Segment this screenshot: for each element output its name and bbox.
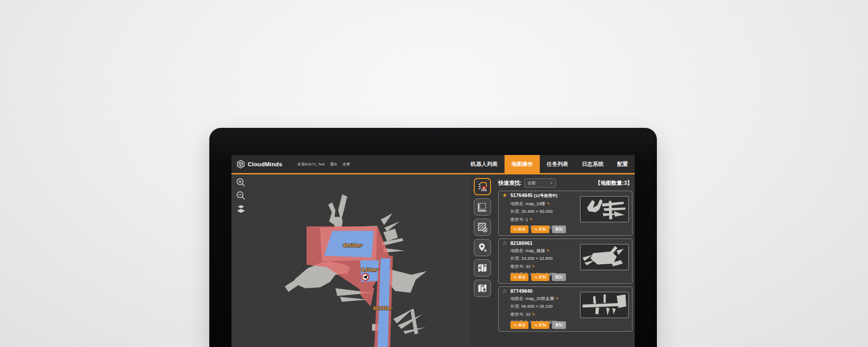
- map-card: ★ 51764845(12号使用中) 地图名: map_33楼✎ 长宽: 25.…: [498, 191, 632, 236]
- map-thumbnail-image: [580, 197, 628, 222]
- delete-map-tool-button[interactable]: [474, 259, 491, 277]
- webcam-dot: [432, 134, 434, 136]
- edit-pencil-icon[interactable]: ✎: [532, 312, 535, 317]
- copy-map-button[interactable]: ✎复制: [531, 321, 549, 329]
- add-poi-tool-button[interactable]: [474, 239, 491, 256]
- desktop-background: CloudMinds 欢迎BJDT2_Test 退出 全屏 机器人列表 地图操作…: [0, 0, 868, 347]
- edit-pencil-icon[interactable]: ✎: [556, 296, 559, 301]
- pencil-icon: ✎: [514, 323, 517, 328]
- map-size-field: 长宽: 25.400 × 50.000: [510, 209, 578, 215]
- map-name-field: 地图名: map_33楼✎: [510, 201, 578, 207]
- nav-robot-list[interactable]: 机器人列表: [464, 155, 505, 173]
- filter-row: 快速查找: 全部 ∨ 【地图数量:3】: [498, 178, 632, 188]
- measure-tool-button[interactable]: [474, 198, 491, 216]
- edit-pencil-icon[interactable]: ✎: [547, 249, 550, 253]
- zoom-in-icon: [236, 178, 246, 188]
- map-name-field: 地图名: map_腿腿✎: [510, 248, 578, 254]
- logout-link[interactable]: 退出: [330, 162, 337, 167]
- copy-map-button[interactable]: ✎复制: [531, 225, 549, 233]
- favorite-star-icon[interactable]: ☆: [502, 240, 507, 246]
- map-id: 82186961: [510, 240, 578, 246]
- map-thumbnail: [580, 292, 629, 318]
- map-id: 51764845(12号使用中): [510, 192, 578, 199]
- map-viewport[interactable]: 40.519m² 8.614m² 80.215m²: [231, 174, 470, 347]
- welcome-group: 欢迎BJDT2_Test 退出 全屏: [297, 155, 350, 173]
- brand: CloudMinds: [231, 155, 282, 173]
- pencil-icon: ✎: [534, 275, 538, 280]
- map-id: 87749840: [510, 288, 578, 294]
- measure-icon: [477, 202, 488, 212]
- edit-map-button[interactable]: ✎修改: [510, 321, 528, 329]
- delete-map-button[interactable]: 删除: [552, 321, 566, 329]
- zoom-out-icon: [236, 191, 246, 201]
- map-id-number: 51764845: [510, 192, 533, 198]
- edit-pencil-icon[interactable]: ✎: [532, 264, 535, 269]
- content: 40.519m² 8.614m² 80.215m²: [231, 174, 635, 347]
- favorite-star-icon[interactable]: ★: [502, 192, 507, 198]
- layers-icon: [236, 204, 246, 214]
- area-label-1: 40.519m²: [343, 243, 363, 248]
- upload-map-tool-button[interactable]: [474, 280, 491, 297]
- area-label-3: 80.215m²: [373, 306, 393, 311]
- app-window: CloudMinds 欢迎BJDT2_Test 退出 全屏 机器人列表 地图操作…: [231, 155, 635, 347]
- edit-pencil-icon[interactable]: ✎: [529, 217, 533, 222]
- upload-map-icon: [477, 283, 488, 294]
- map-side-panel: 快速查找: 全部 ∨ 【地图数量:3】 ★ 51764845(12号使用中): [470, 174, 635, 347]
- zoom-in-button[interactable]: [235, 177, 247, 188]
- delete-map-icon: [477, 263, 488, 273]
- map-thumbnail-image: [580, 292, 628, 318]
- map-floor-field: 楼层号: 33✎: [510, 312, 578, 318]
- brand-name: CloudMinds: [248, 161, 282, 168]
- map-tools-column: [474, 178, 491, 297]
- edit-pencil-icon[interactable]: ✎: [547, 202, 551, 206]
- delete-map-button[interactable]: 删除: [552, 225, 566, 233]
- map-size-field: 长宽: 56.600 × 25.100: [510, 304, 578, 309]
- laptop-frame: CloudMinds 欢迎BJDT2_Test 退出 全屏 机器人列表 地图操作…: [209, 128, 657, 347]
- map-in-use-badge: (12号使用中): [534, 193, 557, 198]
- favorite-star-icon[interactable]: ☆: [502, 288, 507, 294]
- nav-map-operations[interactable]: 地图操作: [505, 155, 540, 173]
- map-floor-field: 楼层号: 33✎: [510, 264, 578, 270]
- app-header: CloudMinds 欢迎BJDT2_Test 退出 全屏 机器人列表 地图操作…: [231, 155, 635, 174]
- map-size-field: 长宽: 23.200 × 22.900: [510, 256, 578, 262]
- copy-map-button[interactable]: ✎复制: [531, 273, 549, 281]
- pencil-icon: ✎: [534, 227, 538, 232]
- cloudminds-logo-icon: [236, 159, 245, 169]
- pencil-icon: ✎: [514, 227, 517, 232]
- main-nav: 机器人列表 地图操作 任务列表 日志系统 配置: [464, 155, 635, 173]
- map-floor-field: 楼层号: 1✎: [510, 217, 578, 223]
- map-card: ☆ 82186961 地图名: map_腿腿✎ 长宽: 23.200 × 22.…: [498, 239, 632, 284]
- map-thumbnail-image: [580, 244, 628, 270]
- pencil-icon: ✎: [514, 275, 517, 280]
- map-thumbnail: [580, 196, 629, 222]
- quick-search-label: 快速查找:: [498, 179, 522, 187]
- map-card: ☆ 87749840 地图名: map_33层走廊✎ 长宽: 56.600 × …: [498, 286, 632, 332]
- edit-map-button[interactable]: ✎修改: [510, 273, 528, 281]
- map-list-tool-button[interactable]: [474, 178, 491, 195]
- pencil-icon: ✎: [534, 323, 538, 328]
- nav-settings[interactable]: 配置: [610, 155, 635, 173]
- robot-marker: [362, 274, 369, 281]
- add-area-icon: [477, 222, 488, 233]
- add-area-tool-button[interactable]: [474, 219, 491, 236]
- map-id-number: 82186961: [510, 240, 533, 246]
- filter-dropdown-value: 全部: [528, 180, 550, 186]
- add-poi-icon: [477, 242, 488, 253]
- delete-map-button[interactable]: 删除: [552, 273, 566, 281]
- map-count-label: 【地图数量:3】: [595, 179, 632, 187]
- map-id-number: 87749840: [510, 288, 533, 294]
- fullscreen-link[interactable]: 全屏: [343, 162, 350, 167]
- area-label-2: 8.614m²: [361, 267, 378, 272]
- map-list-icon: [477, 181, 488, 192]
- chevron-down-icon: ∨: [550, 181, 553, 185]
- map-name-field: 地图名: map_33层走廊✎: [510, 296, 578, 302]
- robot-map-canvas[interactable]: 40.519m² 8.614m² 80.215m²: [231, 174, 470, 347]
- map-thumbnail: [580, 244, 629, 270]
- nav-log-system[interactable]: 日志系统: [575, 155, 610, 173]
- nav-task-list[interactable]: 任务列表: [540, 155, 575, 173]
- zoom-out-button[interactable]: [235, 190, 247, 202]
- map-zoom-controls: [235, 177, 247, 215]
- layers-button[interactable]: [235, 203, 247, 215]
- filter-dropdown[interactable]: 全部 ∨: [524, 178, 556, 188]
- edit-map-button[interactable]: ✎修改: [510, 225, 528, 233]
